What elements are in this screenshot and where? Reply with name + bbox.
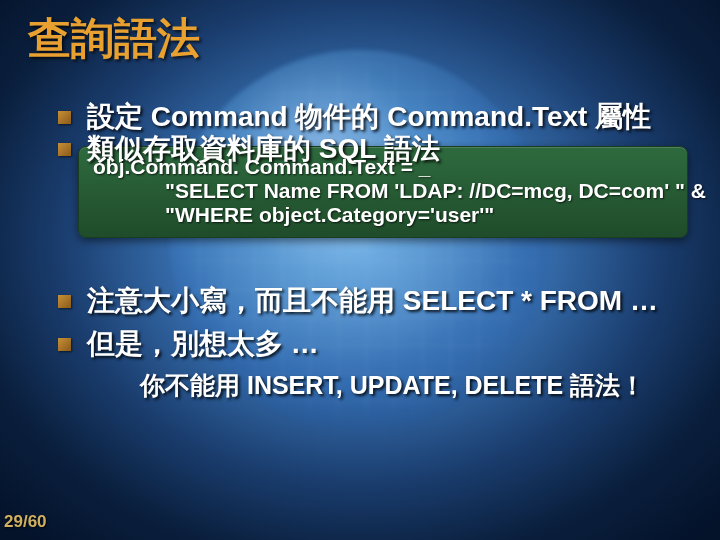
bullet-item: 但是，別想太多 … bbox=[58, 325, 696, 363]
slide-title: 查詢語法 bbox=[28, 10, 696, 68]
code-line: "SELECT Name FROM 'LDAP: //DC=mcg, DC=co… bbox=[93, 179, 673, 203]
bullet-list: 設定 Command 物件的 Command.Text 屬性 類似存取資料庫的 … bbox=[58, 98, 696, 403]
bullet-square-icon bbox=[58, 338, 71, 351]
bullet-square-icon bbox=[58, 111, 71, 124]
code-block: obj.Command. Command.Text = _ "SELECT Na… bbox=[78, 146, 688, 238]
code-line: "WHERE object.Category='user'" bbox=[93, 203, 673, 227]
sub-bullet-text: 你不能用 INSERT, UPDATE, DELETE 語法！ bbox=[140, 369, 696, 403]
code-line: obj.Command. Command.Text = _ bbox=[93, 155, 673, 179]
bullet-item: 注意大小寫，而且不能用 SELECT * FROM … bbox=[58, 282, 696, 320]
page-number: 29/60 bbox=[4, 512, 47, 532]
bullet-text: 注意大小寫，而且不能用 SELECT * FROM … bbox=[87, 282, 658, 320]
bullet-text: 但是，別想太多 … bbox=[87, 325, 319, 363]
slide-content: 查詢語法 設定 Command 物件的 Command.Text 屬性 類似存取… bbox=[0, 0, 720, 540]
bullet-square-icon bbox=[58, 143, 71, 156]
bullet-square-icon bbox=[58, 295, 71, 308]
